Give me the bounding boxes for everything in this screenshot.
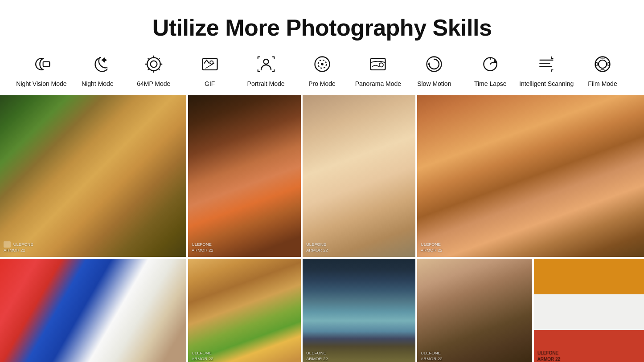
intelligent-scanning-label: Intelligent Scanning xyxy=(519,80,574,87)
time-lapse-label: Time Lapse xyxy=(474,80,507,87)
film-mode-icon xyxy=(593,54,612,77)
svg-line-11 xyxy=(148,69,149,70)
intelligent-scanning-icon xyxy=(537,54,556,77)
pro-mode-label: Pro Mode xyxy=(308,80,336,87)
icon-film-mode: Film Mode xyxy=(574,54,631,87)
icon-slow-motion: Slow Motion xyxy=(406,54,462,87)
svg-point-3 xyxy=(150,61,157,68)
night-mode-icon xyxy=(88,54,107,77)
svg-point-1 xyxy=(99,57,101,59)
photo-house: ULEFONEARMOR 22 xyxy=(188,259,301,362)
photo-grid: ULEFONEARMOR 22 ULEFONEARMOR 22 ULEFONEA… xyxy=(0,95,644,362)
svg-point-27 xyxy=(599,60,607,68)
watermark-dog: ULEFONEARMOR 22 xyxy=(421,350,443,362)
portrait-icon xyxy=(256,54,276,77)
svg-rect-32 xyxy=(4,241,11,248)
photo-bulldog xyxy=(0,259,186,362)
gif-icon xyxy=(200,54,220,77)
gif-label: GIF xyxy=(205,80,215,87)
portrait-label: Portrait Mode xyxy=(247,80,285,87)
slow-motion-label: Slow Motion xyxy=(417,80,451,87)
photo-colorblocks: ULEFONEARMOR 22 xyxy=(534,259,644,362)
panorama-icon xyxy=(368,54,388,77)
watermark-aerial: ULEFONEARMOR 22 xyxy=(421,242,443,253)
photo-woman-donut: ULEFONEARMOR 22 xyxy=(303,95,415,257)
photo-aerial: ULEFONEARMOR 22 xyxy=(417,95,644,257)
svg-rect-31 xyxy=(601,69,604,71)
icon-panorama-mode: Panorama Mode xyxy=(350,54,406,87)
watermark-boats: ULEFONEARMOR 22 xyxy=(306,350,328,362)
icon-night-vision-mode: Night Vision Mode xyxy=(13,54,70,87)
svg-line-9 xyxy=(158,69,160,70)
time-lapse-icon xyxy=(480,54,500,77)
svg-point-19 xyxy=(379,63,383,67)
svg-rect-30 xyxy=(601,57,604,59)
panorama-label: Panorama Mode xyxy=(355,80,402,87)
svg-point-17 xyxy=(321,63,324,65)
svg-rect-29 xyxy=(608,62,610,65)
film-mode-label: Film Mode xyxy=(588,80,617,87)
icon-night-mode: Night Mode xyxy=(70,54,126,87)
icon-gif: GIF xyxy=(182,54,238,87)
icons-row: Night Vision Mode Night Mode xyxy=(0,50,644,95)
svg-rect-0 xyxy=(43,62,50,67)
watermark-iguana: ULEFONEARMOR 22 xyxy=(4,241,33,253)
photo-woman-flowers: ULEFONEARMOR 22 xyxy=(188,95,301,257)
svg-line-10 xyxy=(158,58,160,60)
page-title: Utilize More Photography Skills xyxy=(0,0,644,50)
svg-rect-12 xyxy=(202,58,217,70)
pro-mode-icon xyxy=(312,54,332,77)
night-vision-label: Night Vision Mode xyxy=(16,80,66,87)
photo-boats: ULEFONEARMOR 22 xyxy=(303,259,415,362)
svg-rect-28 xyxy=(595,62,597,65)
slow-motion-icon xyxy=(424,54,444,77)
icon-time-lapse: Time Lapse xyxy=(462,54,518,87)
icon-pro-mode: Pro Mode xyxy=(294,54,350,87)
icon-portrait-mode: Portrait Mode xyxy=(238,54,294,87)
svg-point-14 xyxy=(263,59,268,64)
icon-64mp-mode: 64MP Mode xyxy=(126,54,182,87)
svg-point-13 xyxy=(210,61,213,64)
64mp-icon xyxy=(144,54,164,77)
watermark-colorblocks: ULEFONEARMOR 22 xyxy=(537,350,560,362)
night-vision-icon xyxy=(32,54,51,77)
photo-iguana: ULEFONEARMOR 22 xyxy=(0,95,186,257)
photo-dog: ULEFONEARMOR 22 xyxy=(417,259,532,362)
64mp-label: 64MP Mode xyxy=(137,80,170,87)
night-mode-label: Night Mode xyxy=(82,80,114,87)
watermark-woman-donut: ULEFONEARMOR 22 xyxy=(306,242,328,253)
watermark-woman-flowers: ULEFONEARMOR 22 xyxy=(192,242,213,253)
icon-intelligent-scanning: Intelligent Scanning xyxy=(518,54,574,87)
svg-line-8 xyxy=(148,58,149,60)
watermark-house: ULEFONEARMOR 22 xyxy=(192,350,213,362)
